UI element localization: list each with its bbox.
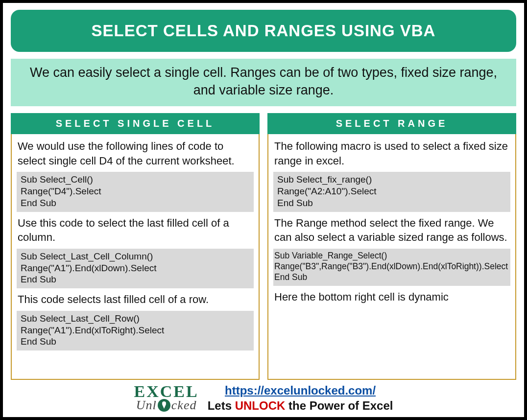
tagline-pre: Lets (208, 399, 235, 412)
right-desc-1: The following macro is used to select a … (273, 138, 510, 169)
logo-bottom-right: cked (171, 399, 197, 411)
right-card-header: SELECT RANGE (267, 113, 516, 134)
right-card: SELECT RANGE The following macro is used… (267, 113, 516, 380)
left-code-1: Sub Select_Cell() Range("D4").Select End… (17, 172, 254, 211)
tagline-unlock: UNLOCK (235, 399, 286, 412)
right-desc-3: Here the bottom right cell is dynamic (273, 289, 510, 305)
right-card-body: The following macro is used to select a … (267, 134, 516, 380)
footer-text-block: https://excelunlocked.com/ Lets UNLOCK t… (208, 383, 393, 413)
tagline: Lets UNLOCK the Power of Excel (208, 399, 393, 412)
left-desc-1: We would use the following lines of code… (17, 138, 254, 169)
logo-text-top: EXCEL (134, 384, 199, 399)
left-code-2: Sub Select_Last_Cell_Column() Range("A1"… (17, 249, 254, 288)
right-desc-2: The Range method select the fixed range.… (273, 215, 510, 246)
left-code-3: Sub Select_Last_Cell_Row() Range("A1").E… (17, 311, 254, 350)
left-card-header: SELECT SINGLE CELL (11, 113, 260, 134)
keyhole-icon (158, 399, 170, 412)
footer: EXCEL Unl cked https://excelunlocked.com… (11, 383, 516, 413)
intro-text: We can easily select a single cell. Rang… (11, 59, 516, 106)
left-card: SELECT SINGLE CELL We would use the foll… (11, 113, 260, 380)
content-columns: SELECT SINGLE CELL We would use the foll… (11, 113, 516, 380)
left-desc-3: This code selects last filled cell of a … (17, 291, 254, 308)
left-card-body: We would use the following lines of code… (11, 134, 260, 380)
left-desc-2: Use this code to select the last filled … (17, 215, 254, 246)
tagline-post: the Power of Excel (285, 399, 393, 412)
footer-link[interactable]: https://excelunlocked.com/ (225, 384, 376, 397)
logo-bottom-left: Unl (136, 399, 157, 411)
right-code-2: Sub Variable_Range_Select() Range("B3",R… (273, 249, 510, 286)
logo-text-bottom: Unl cked (136, 399, 197, 412)
page-title: SELECT CELLS AND RANGES USING VBA (11, 10, 516, 52)
right-code-1: Sub Select_fix_range() Range("A2:A10").S… (273, 172, 510, 211)
logo: EXCEL Unl cked (134, 384, 199, 412)
